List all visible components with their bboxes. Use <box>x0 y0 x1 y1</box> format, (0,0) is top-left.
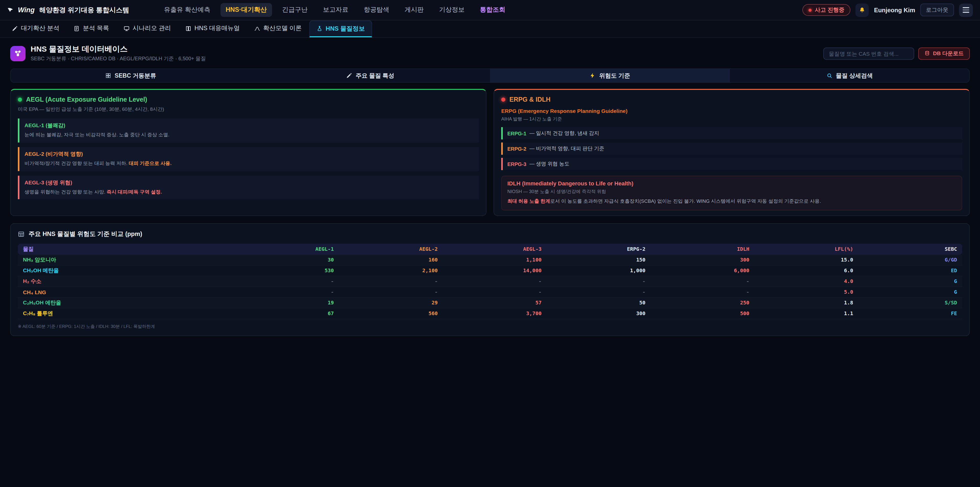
aegl-level-name: AEGL-1 (불쾌감) <box>24 122 474 129</box>
substance-cell: C₂H₅OH 에탄올 <box>18 299 235 306</box>
value-cell: 1,100 <box>443 257 547 262</box>
table-header-cell: AEGL-3 <box>443 246 547 252</box>
pencil-icon <box>12 25 18 31</box>
erpg-level-3-row: ERPG-3 — 생명 위협 농도 <box>501 158 962 170</box>
erpg-card-title: ERPG & IDLH <box>501 96 962 103</box>
tab-diffusion-model-theory[interactable]: 확산모델 이론 <box>247 21 308 37</box>
nav-item-weather[interactable]: 기상정보 <box>434 3 469 17</box>
tab-hns-substance-info[interactable]: HNS 물질정보 <box>309 21 372 37</box>
menu-button[interactable] <box>959 3 973 17</box>
list-icon <box>74 25 80 31</box>
search-box <box>823 47 914 59</box>
table-footnote: ※ AEGL: 60분 기준 / ERPG: 1시간 노출 / IDLH: 30… <box>18 324 962 330</box>
sebc-cell: FE <box>858 311 962 316</box>
value-cell: 50 <box>547 300 651 305</box>
table-header-row: 물질 AEGL-1 AEGL-2 AEGL-3 ERPG-2 IDLH LFL(… <box>18 243 962 255</box>
table-header-cell: ERPG-2 <box>547 246 651 252</box>
flask-icon <box>317 26 323 32</box>
erpg-subheading: AIHA 발행 — 1시간 노출 기준 <box>501 116 962 123</box>
tab-analysis-list[interactable]: 분석 목록 <box>67 21 116 37</box>
substance-cell: CH₃OH 메탄올 <box>18 267 235 274</box>
erpg-heading: ERPG (Emergency Response Planning Guidel… <box>501 108 962 114</box>
table-title: 주요 HNS 물질별 위험도 기준 비교 (ppm) <box>18 230 962 238</box>
tab-label: 대기확산 분석 <box>21 24 59 33</box>
aegl-title-text: AEGL (Acute Exposure Guideline Level) <box>26 96 147 103</box>
aegl-level-2-block: AEGL-2 (비가역적 영향) 비가역적/장기적 건강 영향 또는 대피 능력… <box>18 147 479 171</box>
nav-item-reports[interactable]: 보고자료 <box>318 3 353 17</box>
sub-navbar: 대기확산 분석 분석 목록 시나리오 관리 HNS 대응매뉴얼 확산모델 이론 … <box>0 21 980 38</box>
sebc-cell: G/GD <box>858 257 962 262</box>
curve-icon <box>254 25 260 31</box>
table-header-cell: IDLH <box>651 246 754 252</box>
table-row: CH₄ LNG - - - - - 5.0 G <box>18 287 962 297</box>
lightning-icon <box>590 72 596 79</box>
table-header-cell: LFL(%) <box>754 246 858 252</box>
nav-item-integrated-search[interactable]: 통합조회 <box>475 3 511 17</box>
value-cell: 6,000 <box>651 268 754 273</box>
value-cell: 57 <box>443 300 547 305</box>
idlh-subtitle: NIOSH — 30분 노출 시 생명/건강에 즉각적 위험 <box>508 188 956 195</box>
erpg-idlh-card: ERPG & IDLH ERPG (Emergency Response Pla… <box>493 89 970 216</box>
erpg-level-desc: — 비가역적 영향, 대피 판단 기준 <box>529 145 604 152</box>
db-download-label: DB 다운로드 <box>933 50 964 57</box>
tab-label: 시나리오 관리 <box>132 24 171 33</box>
section-tab-sebc[interactable]: SEBC 거동분류 <box>11 69 250 82</box>
erpg-level-2-row: ERPG-2 — 비가역적 영향, 대피 판단 기준 <box>501 142 962 155</box>
user-name: Eunjeong Kim <box>874 6 915 14</box>
db-download-button[interactable]: DB 다운로드 <box>918 47 970 59</box>
nav-item-hns-diffusion[interactable]: HNS·대기확산 <box>221 3 272 17</box>
wing-logo-icon <box>7 6 15 14</box>
section-tab-strip: SEBC 거동분류 주요 물질 특성 위험도 기준 물질 상세검색 <box>10 69 970 83</box>
value-cell: 4.0 <box>754 278 858 284</box>
value-cell: 15.0 <box>754 257 858 262</box>
value-cell: - <box>443 289 547 295</box>
tab-scenario-management[interactable]: 시나리오 관리 <box>117 21 178 37</box>
sebc-cell: ED <box>858 268 962 273</box>
section-tab-detail-search[interactable]: 물질 상세검색 <box>730 69 969 82</box>
table-row: NH₃ 암모니아 30 160 1,100 150 300 15.0 G/GD <box>18 255 962 265</box>
value-cell: 5.0 <box>754 289 858 295</box>
aegl-level-3-block: AEGL-3 (생명 위협) 생명을 위협하는 건강 영향 또는 사망. 즉시 … <box>18 176 479 200</box>
section-tab-properties[interactable]: 주요 물질 특성 <box>250 69 490 82</box>
value-cell: 6.0 <box>754 268 858 273</box>
hazard-table: 물질 AEGL-1 AEGL-2 AEGL-3 ERPG-2 IDLH LFL(… <box>18 243 962 319</box>
incident-status-badge[interactable]: 사고 진행중 <box>803 4 851 16</box>
table-row: CH₃OH 메탄올 530 2,100 14,000 1,000 6,000 6… <box>18 265 962 276</box>
table-row: C₇H₈ 톨루엔 67 560 3,700 300 500 1.1 FE <box>18 308 962 319</box>
pencil-icon <box>346 72 352 79</box>
aegl-subtitle: 미국 EPA — 일반인 급성 노출 기준 (10분, 30분, 60분, 4시… <box>18 106 479 113</box>
table-header-cell: AEGL-2 <box>339 246 443 252</box>
value-cell: - <box>651 289 754 295</box>
tab-diffusion-analysis[interactable]: 대기확산 분석 <box>5 21 66 37</box>
table-icon <box>18 231 24 237</box>
value-cell: 560 <box>339 311 443 316</box>
value-cell: 300 <box>547 311 651 316</box>
table-header-cell: 물질 <box>18 246 235 252</box>
tab-label: 확산모델 이론 <box>263 24 302 33</box>
logout-button[interactable]: 로그아웃 <box>920 3 954 16</box>
section-tab-label: SEBC 거동분류 <box>115 72 156 80</box>
nav-item-board[interactable]: 게시판 <box>399 3 429 17</box>
section-tab-hazard-criteria[interactable]: 위험도 기준 <box>490 69 730 82</box>
value-cell: 500 <box>651 311 754 316</box>
value-cell: - <box>547 289 651 295</box>
substance-search-input[interactable] <box>823 47 914 59</box>
incident-status-label: 사고 진행중 <box>815 6 845 14</box>
value-cell: 1,000 <box>547 268 651 273</box>
substance-cell: CH₄ LNG <box>18 289 235 295</box>
erpg-title-text: ERPG & IDLH <box>509 96 550 103</box>
hazard-table-card: 주요 HNS 물질별 위험도 기준 비교 (ppm) 물질 AEGL-1 AEG… <box>10 223 970 336</box>
app-root: Wing 해양환경 위기대응 통합시스템 유출유 확산예측 HNS·대기확산 긴… <box>0 0 980 487</box>
nav-right-cluster: 사고 진행중 Eunjeong Kim 로그아웃 <box>803 3 973 17</box>
tab-hns-manual[interactable]: HNS 대응매뉴얼 <box>179 21 246 37</box>
nav-item-aerial-search[interactable]: 항공탐색 <box>359 3 394 17</box>
notification-button[interactable] <box>856 3 869 17</box>
value-cell: - <box>651 278 754 284</box>
brand: Wing 해양환경 위기대응 통합시스템 <box>7 5 129 14</box>
value-cell: 19 <box>235 300 339 305</box>
nav-item-rescue[interactable]: 긴급구난 <box>277 3 313 17</box>
nav-item-oil-spill[interactable]: 유출유 확산예측 <box>159 3 215 17</box>
value-cell: 30 <box>235 257 339 262</box>
aegl-level-name: AEGL-3 (생명 위협) <box>24 179 474 186</box>
header-actions: DB 다운로드 <box>823 47 970 59</box>
